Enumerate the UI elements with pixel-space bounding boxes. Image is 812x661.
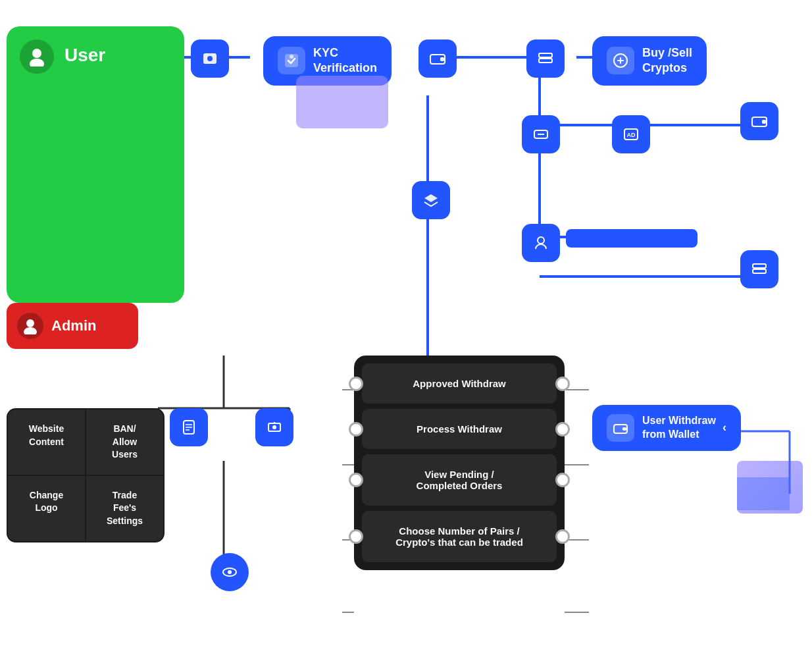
user-withdraw-label: User Withdraw from Wallet ‹ bbox=[642, 414, 726, 442]
wallet-icon-right bbox=[740, 102, 778, 140]
eye-icon bbox=[211, 553, 249, 591]
svg-point-33 bbox=[207, 56, 213, 61]
icon-node-1 bbox=[191, 40, 229, 78]
user-node: User bbox=[7, 26, 184, 303]
storage-icon-top bbox=[526, 40, 565, 78]
website-content-item[interactable]: Website Content bbox=[8, 410, 85, 475]
layers-icon bbox=[412, 181, 450, 219]
svg-rect-48 bbox=[753, 264, 766, 268]
user-label: User bbox=[64, 40, 105, 66]
admin-avatar bbox=[17, 313, 43, 339]
svg-point-47 bbox=[538, 237, 544, 244]
user-withdraw-node: User Withdraw from Wallet ‹ bbox=[592, 405, 741, 451]
svg-rect-46 bbox=[762, 120, 766, 124]
svg-rect-60 bbox=[622, 427, 626, 431]
settings-icon bbox=[255, 408, 293, 446]
kyc-shadow bbox=[296, 76, 388, 128]
process-withdraw-item[interactable]: Process Withdraw bbox=[362, 409, 557, 449]
approved-withdraw-item[interactable]: Approved Withdraw bbox=[362, 363, 557, 404]
svg-point-56 bbox=[272, 425, 276, 429]
change-logo-item[interactable]: ChangeLogo bbox=[8, 476, 85, 541]
svg-text:AD: AD bbox=[627, 132, 636, 138]
view-pending-completed-orders-item[interactable]: View Pending /Completed Orders bbox=[362, 454, 557, 506]
trade-fees-settings-item[interactable]: TradeFee'sSettings bbox=[86, 476, 163, 541]
choose-pairs-item[interactable]: Choose Number of Pairs /Crypto's that ca… bbox=[362, 511, 557, 562]
user-withdraw-icon bbox=[607, 414, 634, 442]
storage-icon-right bbox=[740, 250, 778, 288]
wallet-icon-top bbox=[419, 40, 457, 78]
svg-point-58 bbox=[228, 570, 232, 574]
svg-rect-38 bbox=[539, 53, 552, 57]
ad-icon: AD bbox=[612, 115, 650, 153]
user-avatar bbox=[20, 40, 54, 74]
ban-allow-users-item[interactable]: BAN/AllowUsers bbox=[86, 410, 163, 475]
buy-sell-node: Buy /Sell Cryptos bbox=[592, 36, 707, 86]
person-badge-icon bbox=[522, 224, 560, 262]
kyc-label: KYC Verification bbox=[313, 45, 377, 76]
svg-point-30 bbox=[26, 319, 34, 327]
svg-point-35 bbox=[290, 55, 293, 59]
kyc-icon bbox=[278, 47, 305, 74]
withdraw-bg-shadow bbox=[737, 461, 803, 514]
svg-rect-37 bbox=[440, 57, 444, 61]
admin-node: Admin bbox=[7, 303, 138, 349]
action-panel: Approved Withdraw Process Withdraw View … bbox=[354, 356, 565, 570]
admin-label: Admin bbox=[51, 317, 96, 334]
document-icon bbox=[170, 408, 208, 446]
tag-strip-1 bbox=[566, 229, 698, 248]
svg-point-28 bbox=[32, 49, 41, 58]
svg-rect-39 bbox=[539, 59, 552, 63]
svg-point-29 bbox=[30, 59, 44, 66]
buy-sell-label: Buy /Sell Cryptos bbox=[642, 45, 692, 76]
svg-rect-49 bbox=[753, 269, 766, 273]
buy-sell-icon bbox=[607, 47, 634, 74]
svg-point-31 bbox=[24, 327, 37, 334]
admin-settings-panel: Website Content BAN/AllowUsers ChangeLog… bbox=[7, 408, 165, 542]
exchange-icon bbox=[522, 115, 560, 153]
